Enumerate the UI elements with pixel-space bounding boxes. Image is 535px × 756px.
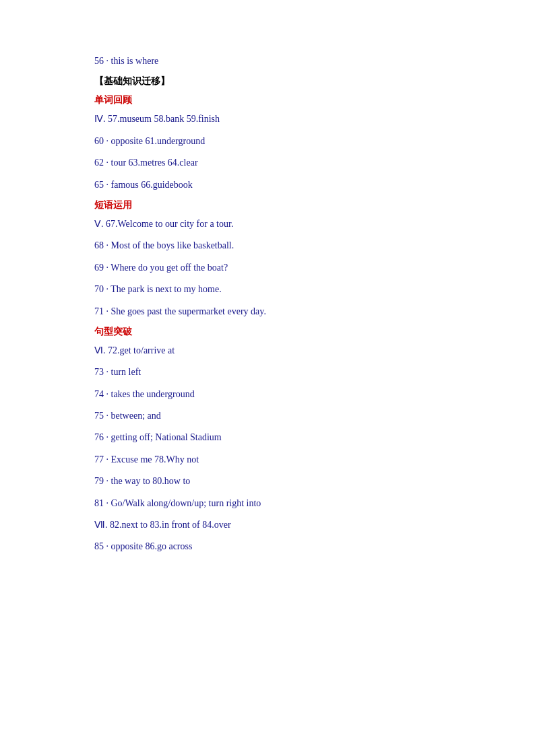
line-vii-82-text: 82.next to 83.in front of 84.over: [110, 520, 231, 530]
line-60: 60 · opposite 61.underground: [94, 134, 441, 149]
bullet-68: ·: [106, 240, 109, 250]
line-number-76: 76: [94, 432, 104, 442]
line-number-65: 65: [94, 180, 104, 190]
line-70-text: The park is next to my home.: [111, 284, 221, 294]
line-vii-82: Ⅶ. 82.next to 83.in front of 84.over: [94, 518, 441, 532]
line-85-text: opposite 86.go across: [111, 541, 193, 551]
subsection-label-phrases: 短语运用: [94, 199, 441, 211]
line-vi-72-text: 72.get to/arrive at: [108, 345, 175, 355]
line-number-77: 77: [94, 454, 104, 465]
bullet-71: ·: [106, 306, 109, 316]
section-header: 【基础知识迁移】: [94, 75, 441, 88]
bullet-74: ·: [106, 389, 109, 399]
line-73: 73 · turn left: [94, 365, 441, 380]
line-number-71: 71: [94, 306, 104, 316]
line-number-81: 81: [94, 498, 104, 508]
bullet-76: ·: [106, 432, 109, 442]
line-71-text: She goes past the supermarket every day.: [111, 306, 266, 316]
line-75: 75 · between; and: [94, 409, 441, 423]
line-iv-57-text: 57.museum 58.bank 59.finish: [108, 114, 220, 124]
bullet-70: ·: [106, 284, 109, 294]
line-number-69: 69: [94, 263, 104, 273]
line-79-text: the way to 80.how to: [111, 476, 191, 486]
roman-v: Ⅴ.: [94, 219, 104, 229]
bullet-69: ·: [106, 263, 109, 273]
roman-vi: Ⅵ.: [94, 345, 106, 355]
line-number-60: 60: [94, 136, 104, 146]
line-iv-57: Ⅳ. 57.museum 58.bank 59.finish: [94, 112, 441, 127]
line-69: 69 · Where do you get off the boat?: [94, 261, 441, 275]
line-68-text: Most of the boys like basketball.: [111, 240, 234, 250]
bullet-62: ·: [106, 158, 109, 168]
line-v-67-text: 67.Welcome to our city for a tour.: [106, 219, 233, 229]
line-62: 62 · tour 63.metres 64.clear: [94, 156, 441, 170]
line-71: 71 · She goes past the supermarket every…: [94, 304, 441, 319]
line-number-75: 75: [94, 411, 104, 421]
bullet-65: ·: [106, 180, 109, 190]
line-number-85: 85: [94, 541, 104, 551]
line-number-79: 79: [94, 476, 104, 486]
line-74-text: takes the underground: [111, 389, 195, 399]
roman-iv: Ⅳ.: [94, 114, 106, 124]
line-56: 56 · this is where: [94, 54, 441, 69]
bullet-77: ·: [106, 454, 109, 465]
line-56-text: this is where: [111, 56, 159, 66]
line-60-text: opposite 61.underground: [111, 136, 206, 146]
subsection-label-sentence: 句型突破: [94, 326, 441, 338]
line-68: 68 · Most of the boys like basketball.: [94, 238, 441, 253]
line-number-70: 70: [94, 284, 104, 294]
line-73-text: turn left: [111, 367, 141, 377]
line-85: 85 · opposite 86.go across: [94, 539, 441, 554]
line-62-text: tour 63.metres 64.clear: [111, 158, 198, 168]
line-74: 74 · takes the underground: [94, 387, 441, 402]
line-75-text: between; and: [111, 411, 161, 421]
line-v-67: Ⅴ. 67.Welcome to our city for a tour.: [94, 217, 441, 232]
line-77: 77 · Excuse me 78.Why not: [94, 452, 441, 467]
bullet-81: ·: [106, 498, 109, 508]
bullet-79: ·: [106, 476, 109, 486]
line-number-68: 68: [94, 240, 104, 250]
line-65: 65 · famous 66.guidebook: [94, 178, 441, 193]
bullet-60: ·: [106, 136, 109, 146]
line-number-73: 73: [94, 367, 104, 377]
line-vi-72: Ⅵ. 72.get to/arrive at: [94, 343, 441, 358]
line-76: 76 · getting off; National Stadium: [94, 430, 441, 445]
bullet-56: ·: [106, 56, 109, 66]
roman-vii: Ⅶ.: [94, 520, 108, 530]
line-70: 70 · The park is next to my home.: [94, 282, 441, 297]
bullet-73: ·: [106, 367, 109, 377]
line-79: 79 · the way to 80.how to: [94, 474, 441, 489]
subsection-label-vocab: 单词回顾: [94, 94, 441, 106]
line-65-text: famous 66.guidebook: [111, 180, 193, 190]
line-number-74: 74: [94, 389, 104, 399]
line-77-text: Excuse me 78.Why not: [111, 454, 199, 465]
line-76-text: getting off; National Stadium: [111, 432, 222, 442]
line-number-62: 62: [94, 158, 104, 168]
page-content: 56 · this is where 【基础知识迁移】 单词回顾 Ⅳ. 57.m…: [94, 54, 441, 555]
bullet-85: ·: [106, 541, 109, 551]
line-81-text: Go/Walk along/down/up; turn right into: [111, 498, 261, 508]
line-81: 81 · Go/Walk along/down/up; turn right i…: [94, 496, 441, 511]
bullet-75: ·: [106, 411, 109, 421]
line-69-text: Where do you get off the boat?: [111, 263, 228, 273]
line-number-56: 56: [94, 56, 104, 66]
